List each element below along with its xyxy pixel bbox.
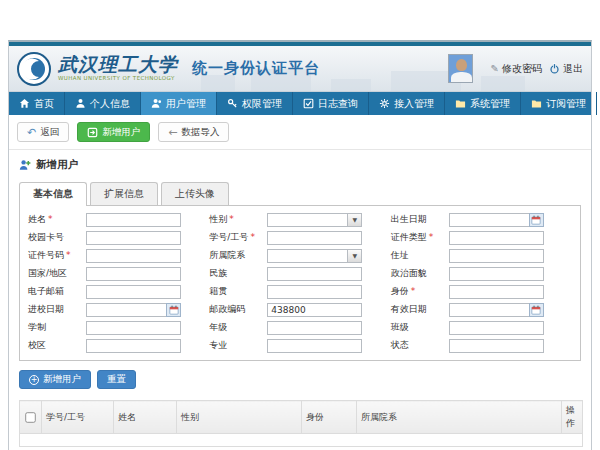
department-select[interactable] [267,249,347,263]
change-password-label: 修改密码 [502,62,542,76]
logout-link[interactable]: 退出 [549,62,583,76]
nav-item-personal-info[interactable]: 个人信息 [65,92,141,115]
form-field-country: 国家/地区 [28,266,209,281]
university-name-block: 武汉理工大学 WUHAN UNIVERSITY OF TECHNOLOGY [58,55,178,82]
field-label: 专业 [209,340,227,350]
form-field-major: 专业 [209,338,390,353]
logout-label: 退出 [563,62,583,76]
user-avatar[interactable] [448,54,473,83]
field-label: 电子邮箱 [28,286,64,296]
university-logo-icon [17,52,51,86]
field-label: 证件号码 [28,250,64,260]
student-id-input[interactable] [267,231,362,245]
field-label: 班级 [391,322,409,332]
campus-card-input[interactable] [86,231,181,245]
tab-upload-photo[interactable]: 上传头像 [161,182,229,205]
user-table: 学号/工号 姓名 性别 身份 所属院系 操作 [19,400,583,447]
calendar-icon[interactable] [529,213,544,227]
postal-code-input[interactable] [267,303,362,317]
form-actions: + 新增用户 重置 [9,361,591,396]
change-password-link[interactable]: ✎ 修改密码 [491,62,542,76]
form-field-address: 住址 [391,248,572,263]
nav-label: 个人信息 [90,97,130,111]
native-place-input[interactable] [267,285,362,299]
home-icon [19,98,30,109]
app-window: 武汉理工大学 WUHAN UNIVERSITY OF TECHNOLOGY 统一… [8,40,592,450]
avatar-head-shape [456,59,467,71]
calendar-icon[interactable] [166,303,181,317]
select-all-checkbox[interactable] [25,412,35,422]
ethnicity-input[interactable] [267,267,362,281]
tab-extended-info[interactable]: 扩展信息 [90,182,158,205]
section-title-row: 新增用户 [9,150,591,174]
field-label: 进校日期 [28,304,64,314]
import-arrow-icon: ← [168,127,177,138]
power-icon [549,63,560,74]
field-label: 姓名 [28,214,46,224]
field-label: 证件类型 [391,232,427,242]
form-field-gender: 性别* ▼ [209,212,390,227]
name-input[interactable] [86,213,181,227]
nav-item-user-management[interactable]: 用户管理 [141,92,217,115]
class-input[interactable] [449,321,544,335]
main-nav: 首页 个人信息 用户管理 权限管理 日志查询 [9,92,591,115]
reset-button[interactable]: 重置 [97,370,136,389]
major-input[interactable] [267,339,362,353]
gender-select[interactable] [267,213,347,227]
university-name-cn: 武汉理工大学 [58,55,178,74]
new-user-section-icon [19,159,31,171]
nav-item-home[interactable]: 首页 [9,92,65,115]
calendar-icon[interactable] [529,303,544,317]
chevron-down-icon[interactable]: ▼ [347,213,362,227]
add-user-toolbar-button[interactable]: 新增用户 [77,122,150,142]
status-input[interactable] [449,339,544,353]
id-number-input[interactable] [86,249,181,263]
form-field-student-id: 学号/工号* [209,230,390,245]
field-label: 学号/工号 [209,232,248,242]
form-field-id-number: 证件号码* [28,248,209,263]
grade-input[interactable] [267,321,362,335]
enroll-date-input[interactable] [86,303,166,317]
col-student-id: 学号/工号 [42,401,114,434]
form-field-birth-date: 出生日期 [391,212,572,227]
field-label: 有效日期 [391,304,427,314]
campus-input[interactable] [86,339,181,353]
form-field-grade: 年级 [209,320,390,335]
import-label: 数据导入 [181,126,219,139]
avatar-shirt-shape [451,72,472,83]
folder-icon [455,98,466,109]
reset-label: 重置 [107,373,126,386]
nav-label: 用户管理 [166,97,206,111]
political-status-input[interactable] [449,267,544,281]
nav-label: 订阅管理 [546,97,586,111]
valid-date-input[interactable] [449,303,529,317]
field-label: 状态 [391,340,409,350]
nav-item-subscription-management[interactable]: 订阅管理 [521,92,597,115]
identity-input[interactable] [449,285,544,299]
back-button[interactable]: ↶ 返回 [17,122,69,142]
country-input[interactable] [86,267,181,281]
header: 武汉理工大学 WUHAN UNIVERSITY OF TECHNOLOGY 统一… [9,46,591,92]
schooling-length-input[interactable] [86,321,181,335]
plus-circle-icon: + [29,375,39,385]
nav-label: 系统管理 [470,97,510,111]
nav-item-access-management[interactable]: 接入管理 [369,92,445,115]
nav-item-system-management[interactable]: 系统管理 [445,92,521,115]
field-label: 政治面貌 [391,268,427,278]
nav-item-permissions[interactable]: 权限管理 [217,92,293,115]
submit-add-user-button[interactable]: + 新增用户 [19,370,91,389]
email-input[interactable] [86,285,181,299]
form-field-enroll-date: 进校日期 [28,302,209,317]
chevron-down-icon[interactable]: ▼ [347,249,362,263]
person-icon [75,98,86,109]
id-type-input[interactable] [449,231,544,245]
nav-item-log-query[interactable]: 日志查询 [293,92,369,115]
birth-date-input[interactable] [449,213,529,227]
form-grid: 姓名* 性别* ▼ 出生日期 校园卡号 学号/工号* [28,212,572,353]
tab-basic-info[interactable]: 基本信息 [19,182,87,206]
address-input[interactable] [449,249,544,263]
submit-add-user-label: 新增用户 [43,373,81,386]
content-area: ↶ 返回 新增用户 ← 数据导入 新增用户 基本信息 扩 [9,115,591,450]
data-import-button[interactable]: ← 数据导入 [158,122,229,142]
back-arrow-icon: ↶ [27,127,36,138]
